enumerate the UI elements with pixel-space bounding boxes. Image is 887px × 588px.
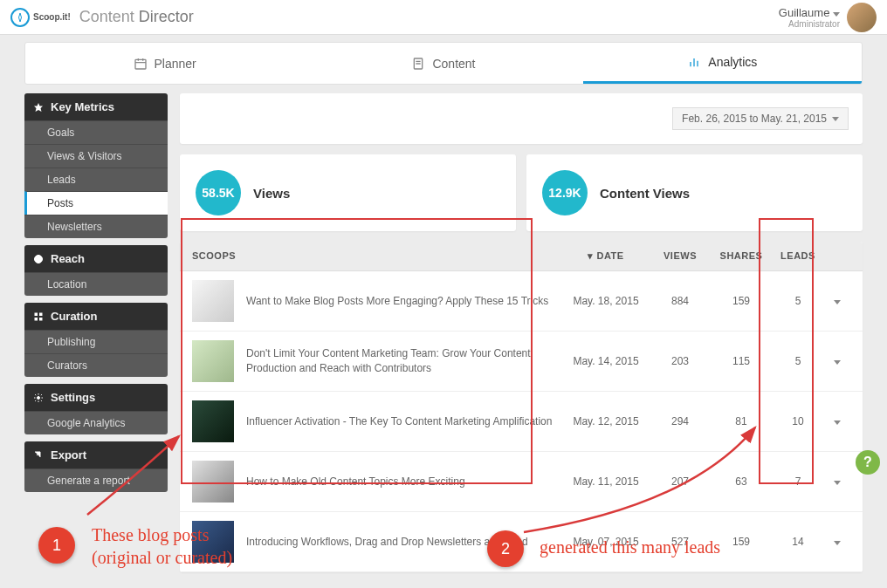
sidebar-item-views-visitors[interactable]: Views & Visitors — [24, 144, 168, 168]
post-thumbnail — [192, 280, 234, 322]
svg-rect-18 — [39, 318, 43, 321]
stat-content-views: 12.9K Content Views — [526, 154, 863, 231]
annotation-badge-2: 2 — [487, 530, 524, 567]
post-thumbnail — [192, 340, 234, 382]
expand-row[interactable] — [824, 536, 850, 548]
brand-main: Content Director — [79, 8, 194, 26]
post-title: Influencer Activation - The Key To Conte… — [246, 414, 562, 429]
chevron-down-icon — [834, 300, 841, 304]
expand-row[interactable] — [824, 475, 850, 488]
svg-point-19 — [38, 396, 40, 399]
post-leads: 14 — [772, 536, 824, 548]
document-icon — [411, 57, 425, 71]
date-range-card: Feb. 26, 2015 to May. 21, 2015 — [180, 93, 863, 144]
post-leads: 10 — [772, 415, 824, 427]
sidebar-item-goals[interactable]: Goals — [24, 120, 168, 144]
svg-rect-17 — [35, 318, 38, 321]
post-shares: 159 — [711, 295, 772, 307]
post-date: May. 11, 2015 — [562, 475, 650, 488]
svg-rect-1 — [135, 59, 146, 69]
svg-marker-11 — [34, 103, 43, 112]
stat-views: 58.5K Views — [180, 154, 516, 231]
sidebar-item-location[interactable]: Location — [24, 272, 168, 296]
svg-rect-15 — [35, 312, 38, 316]
grid-icon — [33, 311, 44, 322]
sidebar-item-generate-report[interactable]: Generate a report — [24, 468, 168, 492]
post-shares: 115 — [711, 355, 772, 367]
post-title: Want to Make Blog Posts More Engaging? A… — [246, 294, 562, 309]
tab-content[interactable]: Content — [304, 43, 582, 84]
post-views: 203 — [650, 355, 711, 367]
logo[interactable]: Scoop.it! Content Director — [10, 8, 194, 27]
sidebar-item-google-analytics[interactable]: Google Analytics — [24, 411, 168, 434]
date-range-picker[interactable]: Feb. 26, 2015 to May. 21, 2015 — [672, 107, 849, 130]
svg-rect-16 — [39, 312, 43, 316]
stat-views-label: Views — [253, 186, 290, 201]
chevron-down-icon — [834, 541, 841, 545]
col-views[interactable]: VIEWS — [650, 250, 711, 262]
compass-icon — [10, 8, 30, 27]
annotation-badge-1: 1 — [38, 527, 75, 564]
sidebar-section-reach[interactable]: Reach — [24, 245, 168, 272]
post-views: 884 — [650, 295, 711, 307]
chart-icon — [687, 55, 701, 69]
sidebar-item-posts[interactable]: Posts — [24, 191, 168, 215]
sidebar-item-curators[interactable]: Curators — [24, 353, 168, 377]
help-button[interactable]: ? — [856, 450, 880, 475]
chevron-down-icon — [833, 12, 840, 17]
tab-analytics[interactable]: Analytics — [583, 43, 862, 84]
chevron-down-icon — [832, 117, 839, 121]
post-date: May. 14, 2015 — [562, 355, 650, 367]
post-leads: 7 — [772, 475, 824, 488]
calendar-icon — [134, 57, 148, 71]
chevron-down-icon — [834, 481, 841, 485]
sidebar-item-leads[interactable]: Leads — [24, 168, 168, 191]
main-content: Feb. 26, 2015 to May. 21, 2015 58.5K Vie… — [180, 93, 863, 572]
scoops-table: SCOOPS ▾ DATE VIEWS SHARES LEADS Want to… — [180, 242, 863, 572]
post-views: 294 — [650, 415, 711, 427]
table-row[interactable]: Don't Limit Your Content Marketing Team:… — [180, 332, 863, 392]
expand-row[interactable] — [824, 355, 850, 367]
user-menu[interactable]: Guillaume Administrator — [779, 6, 840, 29]
post-date: May. 12, 2015 — [562, 415, 650, 427]
sidebar-section-curation[interactable]: Curation — [24, 303, 168, 330]
post-views: 207 — [650, 475, 711, 488]
table-header: SCOOPS ▾ DATE VIEWS SHARES LEADS — [180, 242, 863, 271]
gear-icon — [33, 393, 44, 403]
chevron-down-icon — [834, 360, 841, 365]
post-thumbnail — [192, 400, 234, 442]
svg-marker-0 — [19, 13, 22, 22]
sidebar-item-newsletters[interactable]: Newsletters — [24, 215, 168, 238]
tab-planner[interactable]: Planner — [25, 43, 304, 84]
star-icon — [33, 102, 44, 113]
stat-content-value: 12.9K — [542, 170, 588, 215]
col-leads[interactable]: LEADS — [772, 250, 824, 262]
expand-row[interactable] — [824, 295, 850, 307]
col-date[interactable]: ▾ DATE — [562, 250, 650, 262]
post-shares: 81 — [711, 415, 772, 427]
expand-row[interactable] — [824, 415, 850, 427]
stat-content-label: Content Views — [600, 186, 690, 201]
post-thumbnail — [192, 461, 234, 503]
table-row[interactable]: Want to Make Blog Posts More Engaging? A… — [180, 271, 863, 332]
export-icon — [33, 450, 44, 461]
sidebar-section-settings[interactable]: Settings — [24, 384, 168, 411]
app-header: Scoop.it! Content Director Guillaume Adm… — [0, 0, 887, 35]
annotation-text-2: generated this many leads — [540, 536, 720, 558]
post-leads: 5 — [772, 355, 824, 367]
sidebar-item-publishing[interactable]: Publishing — [24, 330, 168, 353]
table-row[interactable]: Influencer Activation - The Key To Conte… — [180, 392, 863, 452]
globe-icon — [33, 254, 44, 264]
avatar[interactable] — [847, 3, 877, 32]
sidebar-section-export[interactable]: Export — [24, 441, 168, 468]
table-row[interactable]: How to Make Old Content Topics More Exci… — [180, 452, 863, 512]
annotation-text-1: These blog posts (original or curated) — [92, 523, 232, 569]
sidebar-section-key-metrics[interactable]: Key Metrics — [24, 93, 168, 120]
sidebar: Key Metrics Goals Views & Visitors Leads… — [24, 93, 168, 572]
col-shares[interactable]: SHARES — [711, 250, 772, 262]
post-title: How to Make Old Content Topics More Exci… — [246, 475, 562, 489]
main-tabs: Planner Content Analytics — [24, 42, 863, 85]
post-title: Don't Limit Your Content Marketing Team:… — [246, 346, 562, 376]
chevron-down-icon — [834, 420, 841, 425]
col-scoops[interactable]: SCOOPS — [192, 250, 562, 262]
